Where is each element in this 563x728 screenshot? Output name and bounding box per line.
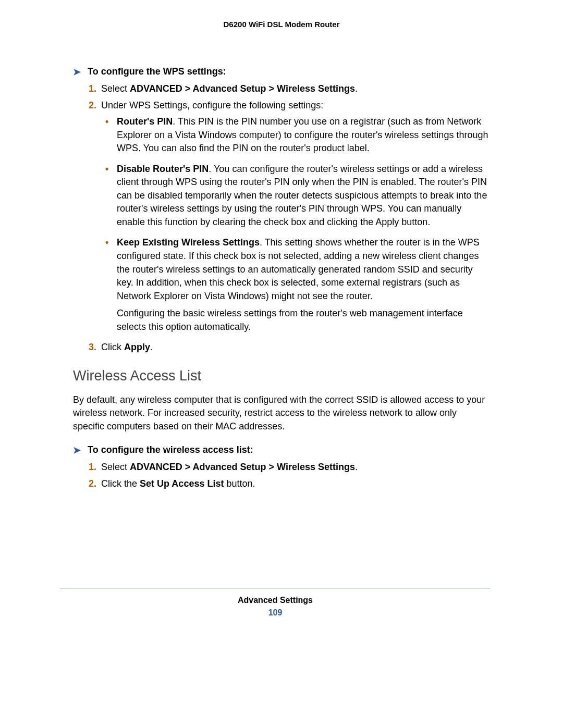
- text-run: Click the: [101, 478, 140, 489]
- page-content: D6200 WiFi DSL Modem Router ➤ To configu…: [73, 20, 490, 501]
- bullet-disable-pin: • Disable Router's PIN. You can configur…: [117, 163, 490, 229]
- step-text: Select ADVANCED > Advanced Setup > Wirel…: [101, 83, 358, 94]
- bullet-routers-pin: • Router's PIN. This PIN is the PIN numb…: [117, 115, 490, 155]
- text-bold: Keep Existing Wireless Settings: [117, 237, 260, 248]
- section-title-wireless-access-list: Wireless Access List: [73, 368, 490, 384]
- bullet-icon: •: [105, 236, 108, 250]
- wal-heading-text: To configure the wireless access list:: [88, 445, 253, 455]
- step-text: Under WPS Settings, configure the follow…: [101, 100, 323, 110]
- wps-procedure-heading: ➤ To configure the WPS settings:: [73, 66, 490, 77]
- bullet-keep-settings: • Keep Existing Wireless Settings. This …: [117, 236, 490, 334]
- wps-bullets: • Router's PIN. This PIN is the PIN numb…: [101, 115, 490, 334]
- step-number: 1.: [89, 461, 96, 474]
- chevron-right-icon: ➤: [73, 67, 81, 77]
- text-run: .: [355, 462, 358, 472]
- wal-step-1: 1. Select ADVANCED > Advanced Setup > Wi…: [101, 461, 490, 474]
- text-bold: Apply: [124, 342, 150, 352]
- wal-steps-list: 1. Select ADVANCED > Advanced Setup > Wi…: [73, 461, 490, 490]
- text-run: Click: [101, 342, 124, 352]
- text-run: . This PIN is the PIN number you use on …: [117, 116, 488, 153]
- text-bold: ADVANCED > Advanced Setup > Wireless Set…: [130, 462, 355, 472]
- wal-procedure-heading: ➤ To configure the wireless access list:: [73, 445, 490, 455]
- text-run: Select: [101, 83, 130, 94]
- bullet-icon: •: [105, 115, 108, 129]
- text-run: .: [150, 342, 153, 352]
- wal-intro-paragraph: By default, any wireless computer that i…: [73, 393, 490, 434]
- footer-chapter-title: Advanced Settings: [60, 596, 490, 605]
- text-bold: Disable Router's PIN: [117, 164, 209, 174]
- step-text: Click the Set Up Access List button.: [101, 478, 255, 489]
- step-number: 3.: [89, 341, 96, 354]
- text-bold: Router's PIN: [117, 116, 173, 127]
- page-number: 109: [60, 608, 490, 618]
- wps-heading-text: To configure the WPS settings:: [88, 66, 226, 77]
- step-text: Click Apply.: [101, 342, 153, 352]
- page-footer: Advanced Settings 109: [60, 588, 490, 618]
- text-run: button.: [224, 478, 255, 489]
- wps-step-1: 1. Select ADVANCED > Advanced Setup > Wi…: [101, 82, 490, 96]
- step-number: 2.: [89, 99, 96, 113]
- wps-step-2: 2. Under WPS Settings, configure the fol…: [101, 99, 490, 334]
- text-run: .: [355, 83, 358, 94]
- chevron-right-icon: ➤: [73, 446, 81, 455]
- text-bold: ADVANCED > Advanced Setup > Wireless Set…: [130, 83, 355, 94]
- document-header: D6200 WiFi DSL Modem Router: [73, 20, 490, 29]
- step-number: 1.: [89, 82, 96, 96]
- wps-steps-list: 1. Select ADVANCED > Advanced Setup > Wi…: [73, 82, 490, 354]
- text-paragraph: Configuring the basic wireless settings …: [117, 307, 490, 334]
- wps-step-3: 3. Click Apply.: [101, 341, 490, 354]
- step-number: 2.: [89, 477, 96, 491]
- spacer: [117, 303, 490, 307]
- text-bold: Set Up Access List: [140, 478, 224, 489]
- bullet-icon: •: [105, 163, 108, 176]
- step-text: Select ADVANCED > Advanced Setup > Wirel…: [101, 462, 358, 472]
- wal-step-2: 2. Click the Set Up Access List button.: [101, 477, 490, 491]
- text-run: Select: [101, 462, 130, 472]
